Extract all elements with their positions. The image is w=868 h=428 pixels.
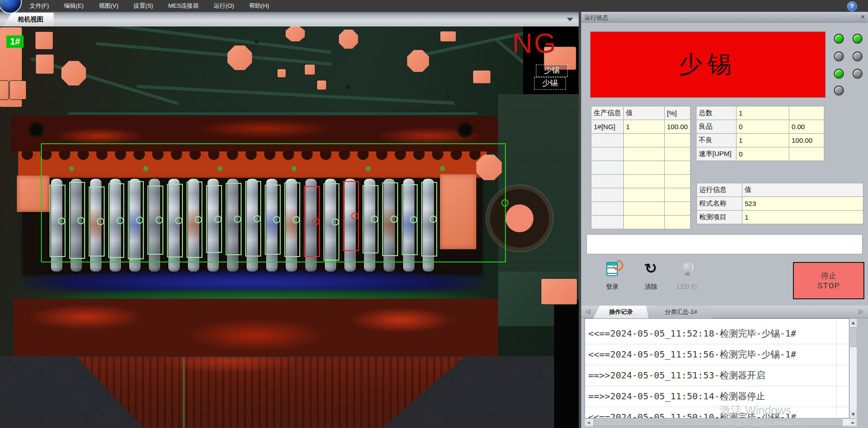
table-row: 程式名称523 bbox=[697, 197, 863, 211]
menu-item-1[interactable]: 文件(F) bbox=[28, 0, 50, 12]
table-header-cell: 运行信息 bbox=[697, 183, 742, 197]
table-value-cell: 0.00 bbox=[789, 120, 824, 134]
image-shadow-region bbox=[554, 299, 579, 428]
tab-category-summary[interactable]: 分类汇总-1# bbox=[650, 306, 712, 318]
table-row bbox=[591, 188, 691, 202]
table-value-cell bbox=[624, 134, 665, 147]
log-entry: <<==2024-05-05_11:52:18-检测完毕-少锡-1# bbox=[585, 323, 849, 344]
stop-button-label-en: STOP bbox=[818, 281, 840, 291]
scroll-down-icon[interactable]: ▼ bbox=[850, 411, 857, 418]
table-value-cell: 1 bbox=[742, 211, 863, 224]
menu-item-4[interactable]: 设置(S) bbox=[132, 0, 154, 12]
roi-circle-marker bbox=[501, 199, 509, 206]
table-header-cell: [%] bbox=[665, 106, 691, 120]
table-value-cell: 0 bbox=[737, 120, 789, 134]
table-row bbox=[591, 202, 691, 216]
tab-scroll-right-icon[interactable]: ▷ bbox=[859, 308, 863, 315]
defect-label: 少锡 bbox=[534, 77, 566, 90]
result-overlay-ng: NG bbox=[512, 27, 557, 59]
table-value-cell: 523 bbox=[742, 197, 863, 211]
table-label-cell: 1#[NG] bbox=[591, 120, 624, 134]
vertical-scroll-thumb[interactable] bbox=[850, 327, 857, 347]
run-info-table: 运行信息值程式名称523检测项目1 bbox=[696, 183, 863, 224]
camera-id-badge: 1# bbox=[6, 35, 24, 48]
camera-tabstrip: 相机视图 bbox=[0, 12, 579, 26]
status-led-on bbox=[834, 69, 844, 79]
menu-item-5[interactable]: MES连接器 bbox=[167, 0, 200, 12]
table-value-cell bbox=[789, 147, 824, 161]
led-light-button-label: LED 灯 bbox=[671, 283, 704, 291]
status-led-off bbox=[853, 69, 863, 79]
tabstrip-dropdown-icon[interactable] bbox=[567, 18, 573, 21]
led-light-button[interactable]: LED 灯 bbox=[671, 261, 704, 291]
table-label-cell bbox=[591, 175, 624, 188]
menu-item-2[interactable]: 编辑(E) bbox=[63, 0, 85, 12]
clear-button[interactable]: ↻ 清除 bbox=[634, 261, 668, 291]
login-button[interactable]: 登录 bbox=[595, 261, 629, 291]
table-label-cell bbox=[591, 188, 624, 202]
log-entry: <<==2024-05-05_11:50:10-检测完毕-少锡-1# bbox=[585, 407, 849, 418]
table-value-cell bbox=[624, 202, 665, 216]
panel-title: 运行状态 bbox=[585, 14, 608, 22]
status-led-off bbox=[853, 51, 863, 61]
table-row bbox=[591, 216, 691, 229]
menu-item-3[interactable]: 视图(V) bbox=[97, 0, 120, 12]
windows-activation-watermark: 激活 Windows bbox=[719, 403, 791, 418]
table-value-cell bbox=[665, 161, 691, 175]
table-header-cell: 值 bbox=[742, 183, 863, 197]
table-label-cell: 程式名称 bbox=[697, 197, 742, 211]
table-row: 不良1100.00 bbox=[696, 134, 824, 147]
pcb-pad bbox=[541, 279, 577, 304]
table-label-cell: 良品 bbox=[696, 120, 737, 134]
app-logo-icon bbox=[0, 0, 22, 14]
status-led-off bbox=[834, 51, 844, 61]
table-value-cell: 0 bbox=[737, 147, 789, 161]
table-row bbox=[591, 175, 691, 188]
table-value-cell: 100.00 bbox=[665, 120, 691, 134]
log-tabstrip: ◁ 操作记录 分类汇总-1# ▷ bbox=[581, 306, 868, 318]
stop-button-label-cn: 停止 bbox=[821, 271, 837, 281]
status-led-off bbox=[834, 86, 844, 96]
tab-camera-view[interactable]: 相机视图 bbox=[4, 13, 54, 26]
scroll-right-icon[interactable]: ► bbox=[850, 419, 857, 426]
table-label-cell bbox=[591, 147, 624, 161]
scroll-up-icon[interactable]: ▲ bbox=[850, 319, 857, 326]
table-value-cell bbox=[624, 175, 665, 188]
table-row: 检测项目1 bbox=[697, 211, 863, 224]
login-button-label: 登录 bbox=[595, 283, 629, 291]
table-value-cell: 1 bbox=[737, 106, 789, 120]
table-value-cell bbox=[665, 216, 691, 229]
panel-titlebar[interactable]: 运行状态 × bbox=[581, 12, 868, 23]
close-icon[interactable]: × bbox=[861, 13, 865, 20]
table-label-cell: 检测项目 bbox=[697, 211, 742, 224]
counters-table: 总数1良品00.00不良1100.00速率[UPM]0 bbox=[696, 106, 824, 161]
camera-view: 1# NG 少锡 少锡 bbox=[0, 26, 579, 428]
table-value-cell bbox=[624, 161, 665, 175]
stop-button[interactable]: 停止 STOP bbox=[793, 262, 864, 299]
table-value-cell bbox=[624, 188, 665, 202]
reset-arrow-icon: ↻ bbox=[632, 255, 670, 281]
table-label-cell bbox=[591, 161, 624, 175]
tab-operation-log[interactable]: 操作记录 bbox=[593, 306, 649, 318]
operation-log-list: <<==2024-05-05_11:52:18-检测完毕-少锡-1#<<==20… bbox=[585, 318, 849, 418]
vertical-scrollbar[interactable]: ▲ ▼ bbox=[849, 318, 857, 418]
scroll-left-icon[interactable]: ◄ bbox=[585, 419, 592, 426]
pane-splitter[interactable] bbox=[579, 12, 581, 428]
tab-scroll-left-icon[interactable]: ◁ bbox=[585, 308, 590, 315]
table-value-cell bbox=[665, 188, 691, 202]
table-label-cell bbox=[591, 202, 624, 216]
horizontal-scroll-thumb[interactable] bbox=[593, 419, 843, 426]
message-box[interactable] bbox=[586, 234, 863, 254]
table-header-cell: 值 bbox=[624, 106, 665, 120]
help-icon[interactable]: ? bbox=[847, 1, 857, 11]
status-led-on bbox=[853, 34, 863, 44]
inspection-roi-box bbox=[41, 143, 506, 262]
table-value-cell bbox=[624, 147, 665, 161]
table-value-cell bbox=[624, 216, 665, 229]
clear-button-label: 清除 bbox=[634, 283, 668, 291]
log-entry: <<==2024-05-05_11:51:56-检测完毕-少锡-1# bbox=[585, 344, 849, 365]
table-label-cell: 总数 bbox=[696, 106, 737, 120]
menu-item-6[interactable]: 运行(O) bbox=[212, 0, 236, 12]
menu-item-7[interactable]: 帮助(H) bbox=[248, 0, 271, 12]
table-value-cell bbox=[789, 106, 824, 120]
